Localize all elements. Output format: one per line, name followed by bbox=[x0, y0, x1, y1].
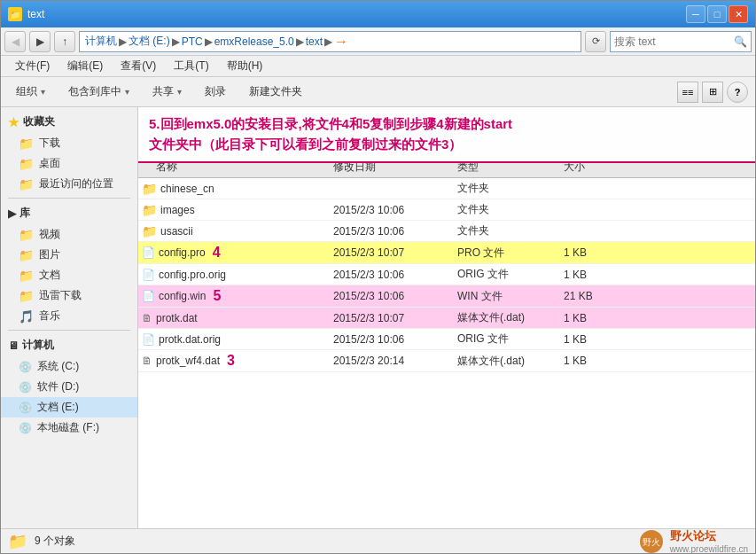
sidebar-item-download[interactable]: 📁 下载 bbox=[1, 133, 137, 153]
sidebar-item-music[interactable]: 🎵 音乐 bbox=[1, 306, 137, 326]
menu-help[interactable]: 帮助(H) bbox=[220, 57, 270, 75]
annotation-line2: 文件夹中（此目录下可以看到之前复制过来的文件3） bbox=[149, 135, 744, 155]
organize-button[interactable]: 组织 ▾ bbox=[8, 81, 53, 104]
window: 📁 text ─ □ ✕ ◀ ▶ ↑ 计算机 ▶ 文档 (E:) ▶ PTC ▶… bbox=[0, 0, 756, 554]
sidebar-item-video[interactable]: 📁 视频 bbox=[1, 224, 137, 245]
file-size: 1 KB bbox=[564, 333, 635, 346]
file-name-chinese-cn: 📁 chinese_cn bbox=[138, 182, 333, 196]
table-row[interactable]: 📁 usascii 2015/2/3 10:06 文件夹 bbox=[138, 221, 755, 242]
sidebar-item-documents[interactable]: 📁 文档 bbox=[1, 265, 137, 285]
path-computer[interactable]: 计算机 bbox=[85, 34, 117, 49]
menu-file[interactable]: 文件(F) bbox=[8, 57, 57, 75]
include-dropdown-icon: ▾ bbox=[125, 87, 129, 97]
help-button[interactable]: ? bbox=[727, 82, 748, 103]
table-row[interactable]: 📁 chinese_cn 文件夹 bbox=[138, 178, 755, 199]
menu-edit[interactable]: 编辑(E) bbox=[60, 57, 110, 75]
file-icon: 📄 bbox=[142, 290, 155, 302]
sidebar-item-drive-c[interactable]: 💿 系统 (C:) bbox=[1, 356, 137, 377]
download-label: 下载 bbox=[39, 136, 60, 151]
close-button[interactable]: ✕ bbox=[729, 5, 748, 23]
annotation-line1: 5.回到emx5.0的安装目录,将文件4和5复制到步骤4新建的start bbox=[149, 114, 744, 135]
new-folder-button[interactable]: 新建文件夹 bbox=[241, 81, 310, 104]
table-row[interactable]: 📄 config.pro 4 2015/2/3 10:07 PRO 文件 1 K… bbox=[138, 242, 755, 264]
video-folder-icon: 📁 bbox=[19, 228, 34, 242]
pictures-folder-icon: 📁 bbox=[19, 248, 34, 262]
table-row[interactable]: 📁 images 2015/2/3 10:06 文件夹 bbox=[138, 199, 755, 221]
sidebar-section-library: ▶ 库 📁 视频 📁 图片 📁 文档 📁 迅雷下载 bbox=[1, 202, 137, 326]
table-row[interactable]: 📄 protk.dat.orig 2015/2/3 10:06 ORIG 文件 … bbox=[138, 329, 755, 350]
file-name-protk-dat-orig: 📄 protk.dat.orig bbox=[138, 333, 333, 346]
share-button[interactable]: 共享 ▾ bbox=[144, 81, 190, 104]
path-docs[interactable]: 文档 (E:) bbox=[129, 34, 170, 49]
refresh-button[interactable]: ⟳ bbox=[585, 31, 606, 52]
file-type: WIN 文件 bbox=[457, 289, 564, 304]
status-bar: 📁 9 个对象 野火 野火论坛 www.proewildfire.cn bbox=[1, 528, 755, 553]
back-button[interactable]: ◀ bbox=[4, 31, 26, 52]
download-folder-icon: 📁 bbox=[19, 137, 34, 151]
file-icon: 📄 bbox=[142, 333, 155, 346]
music-folder-icon: 🎵 bbox=[19, 309, 34, 324]
badge-4: 4 bbox=[213, 245, 221, 261]
include-library-button[interactable]: 包含到库中 ▾ bbox=[60, 81, 137, 104]
sidebar-section-library-header[interactable]: ▶ 库 bbox=[1, 202, 137, 224]
file-type: 媒体文件(.dat) bbox=[457, 310, 564, 325]
sidebar-item-drive-e[interactable]: 💿 文档 (E:) bbox=[1, 397, 137, 417]
maximize-button[interactable]: □ bbox=[707, 5, 727, 23]
file-name-protk-wf4: 🗎 protk_wf4.dat 3 bbox=[138, 353, 333, 369]
logo-text-group: 野火论坛 www.proewildfire.cn bbox=[670, 528, 748, 554]
drive-f-icon: 💿 bbox=[19, 422, 32, 434]
share-dropdown-icon: ▾ bbox=[177, 87, 182, 97]
menu-tools[interactable]: 工具(T) bbox=[167, 57, 215, 75]
forward-button[interactable]: ▶ bbox=[29, 31, 51, 52]
up-button[interactable]: ↑ bbox=[54, 31, 75, 52]
file-size: 1 KB bbox=[564, 355, 635, 367]
file-type: PRO 文件 bbox=[457, 246, 564, 261]
video-label: 视频 bbox=[39, 227, 60, 242]
sidebar-item-drive-f[interactable]: 💿 本地磁盘 (F:) bbox=[1, 417, 137, 438]
desktop-folder-icon: 📁 bbox=[19, 157, 34, 171]
view-button[interactable]: ≡≡ bbox=[677, 82, 698, 103]
file-type: 文件夹 bbox=[457, 223, 564, 238]
documents-folder-icon: 📁 bbox=[19, 269, 34, 283]
table-row[interactable]: 📄 config.win 5 2015/2/3 10:06 WIN 文件 21 … bbox=[138, 285, 755, 308]
file-date: 2015/2/3 10:06 bbox=[333, 204, 457, 216]
burn-button[interactable]: 刻录 bbox=[197, 81, 234, 104]
sidebar-item-recent[interactable]: 📁 最近访问的位置 bbox=[1, 174, 137, 194]
file-icon: 📄 bbox=[142, 246, 155, 259]
sidebar-section-favorites-header[interactable]: ★ 收藏夹 bbox=[1, 111, 137, 133]
path-emx[interactable]: emxRelease_5.0 bbox=[214, 35, 294, 48]
library-collapse-icon: ▶ bbox=[8, 207, 16, 220]
badge-3: 3 bbox=[227, 353, 235, 369]
search-box[interactable]: 🔍 bbox=[610, 31, 752, 52]
sidebar-item-thunder[interactable]: 📁 迅雷下载 bbox=[1, 285, 137, 306]
address-box[interactable]: 计算机 ▶ 文档 (E:) ▶ PTC ▶ emxRelease_5.0 ▶ t… bbox=[79, 31, 581, 52]
sidebar-item-desktop[interactable]: 📁 桌面 bbox=[1, 153, 137, 174]
drive-f-label: 本地磁盘 (F:) bbox=[37, 420, 99, 435]
sidebar-item-drive-d[interactable]: 💿 软件 (D:) bbox=[1, 377, 137, 397]
sidebar-section-computer-header[interactable]: 🖥 计算机 bbox=[1, 334, 137, 356]
search-input[interactable] bbox=[614, 35, 730, 48]
recent-folder-icon: 📁 bbox=[19, 177, 34, 191]
table-row[interactable]: 📄 config.pro.orig 2015/2/3 10:06 ORIG 文件… bbox=[138, 264, 755, 285]
sidebar-item-pictures[interactable]: 📁 图片 bbox=[1, 245, 137, 265]
table-row[interactable]: 🗎 protk.dat 2015/2/3 10:07 媒体文件(.dat) 1 … bbox=[138, 308, 755, 329]
menu-view[interactable]: 查看(V) bbox=[113, 57, 163, 75]
file-name-protk-dat: 🗎 protk.dat bbox=[138, 312, 333, 324]
title-bar-buttons: ─ □ ✕ bbox=[686, 5, 748, 23]
minimize-button[interactable]: ─ bbox=[686, 5, 705, 23]
status-folder-icon: 📁 bbox=[8, 532, 27, 551]
search-icon[interactable]: 🔍 bbox=[734, 35, 747, 48]
file-date: 2015/2/3 10:07 bbox=[333, 246, 457, 259]
path-ptc[interactable]: PTC bbox=[182, 35, 203, 48]
folder-icon: 📁 bbox=[142, 203, 157, 217]
favorites-star-icon: ★ bbox=[8, 115, 19, 129]
path-text[interactable]: text bbox=[306, 35, 323, 48]
address-bar: ◀ ▶ ↑ 计算机 ▶ 文档 (E:) ▶ PTC ▶ emxRelease_5… bbox=[1, 27, 755, 56]
file-list: 📁 chinese_cn 文件夹 📁 images 2015/2/3 10:06… bbox=[138, 178, 755, 528]
sidebar-divider-1 bbox=[8, 198, 130, 199]
thunder-label: 迅雷下载 bbox=[39, 288, 82, 303]
main-content: ★ 收藏夹 📁 下载 📁 桌面 📁 最近访问的位置 bbox=[1, 107, 755, 528]
view-button2[interactable]: ⊞ bbox=[702, 82, 723, 103]
table-row[interactable]: 🗎 protk_wf4.dat 3 2015/2/3 20:14 媒体文件(.d… bbox=[138, 350, 755, 372]
logo-url: www.proewildfire.cn bbox=[670, 544, 748, 554]
